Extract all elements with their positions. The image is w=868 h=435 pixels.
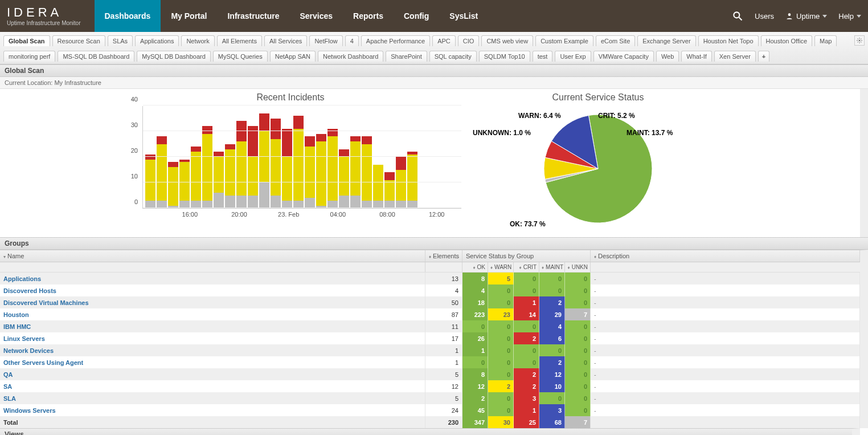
status-warn[interactable]: 0 — [488, 344, 514, 356]
status-maint[interactable]: 0 — [539, 284, 565, 296]
help-menu[interactable]: Help — [838, 12, 861, 21]
bar-stack[interactable] — [316, 134, 326, 209]
status-unkn[interactable]: 7 — [565, 416, 591, 428]
group-link[interactable]: Applications — [0, 273, 425, 284]
subtab-cms-web-view[interactable]: CMS web view — [481, 35, 533, 46]
subtab-ms-sql-db-dashboard[interactable]: MS-SQL DB Dashboard — [58, 51, 134, 62]
bar-stack[interactable] — [339, 149, 349, 209]
subtab-map[interactable]: Map — [814, 35, 837, 46]
bar-stack[interactable] — [225, 144, 235, 209]
bar-stack[interactable] — [373, 165, 383, 209]
subtab-vmware-capacity[interactable]: VMWare Capacity — [593, 51, 654, 62]
status-crit[interactable]: 0 — [514, 344, 539, 356]
subcol-maint[interactable]: ♦MAINT — [539, 262, 565, 272]
subtab-apc[interactable]: APC — [432, 35, 456, 46]
group-link[interactable]: Windows Servers — [0, 404, 425, 416]
status-ok[interactable]: 347 — [462, 416, 488, 428]
subtab-global-scan[interactable]: Global Scan — [3, 35, 50, 46]
bar-stack[interactable] — [327, 129, 338, 209]
subtab-exchange-server[interactable]: Exchange Server — [637, 35, 695, 46]
subtab-4[interactable]: 4 — [345, 35, 359, 46]
status-ok[interactable]: 18 — [462, 296, 488, 308]
bar-stack[interactable] — [407, 152, 417, 208]
bar-stack[interactable] — [145, 155, 155, 209]
status-crit[interactable]: 0 — [514, 284, 539, 296]
bar-stack[interactable] — [384, 172, 395, 208]
status-maint[interactable]: 2 — [539, 296, 565, 308]
bar-stack[interactable] — [396, 157, 406, 208]
subtab-sqldm-top10[interactable]: SQLDM Top10 — [479, 51, 530, 62]
nav-tab-my-portal[interactable]: My Portal — [161, 0, 217, 32]
status-maint[interactable]: 29 — [539, 308, 565, 320]
subtab-network-dashboard[interactable]: Network Dashboard — [318, 51, 383, 62]
status-unkn[interactable]: 0 — [565, 344, 591, 356]
status-ok[interactable]: 12 — [462, 380, 488, 392]
subtab-what-if[interactable]: What-If — [681, 51, 711, 62]
group-link[interactable]: Houston — [0, 308, 425, 320]
account-menu[interactable]: Uptime — [785, 12, 827, 21]
status-maint[interactable]: 10 — [539, 380, 565, 392]
status-unkn[interactable]: 0 — [565, 356, 591, 368]
col-elements[interactable]: ♦Elements — [425, 250, 462, 262]
status-maint[interactable]: 3 — [539, 404, 565, 416]
bar-stack[interactable] — [236, 121, 247, 208]
group-link[interactable]: SA — [0, 380, 425, 392]
bar-stack[interactable] — [271, 119, 281, 209]
status-warn[interactable]: 5 — [488, 273, 514, 284]
subcol-warn[interactable]: ♦WARN — [488, 262, 514, 272]
subtab-mysql-db-dashboard[interactable]: MySQL DB Dashboard — [137, 51, 210, 62]
col-description[interactable]: ♦Description — [591, 250, 860, 262]
group-link[interactable]: QA — [0, 368, 425, 380]
group-link[interactable]: IBM HMC — [0, 320, 425, 332]
gear-icon[interactable] — [854, 35, 865, 46]
nav-tab-reports[interactable]: Reports — [343, 0, 394, 32]
subtab-houston-office[interactable]: Houston Office — [761, 35, 813, 46]
subtab-sql-capacity[interactable]: SQL capacity — [429, 51, 477, 62]
status-ok[interactable]: 26 — [462, 332, 488, 344]
status-ok[interactable]: 4 — [462, 284, 488, 296]
subcol-unkn[interactable]: ♦UNKN — [565, 262, 591, 272]
status-ok[interactable]: 2 — [462, 392, 488, 404]
status-crit[interactable]: 2 — [514, 380, 539, 392]
bar-stack[interactable] — [350, 136, 361, 208]
status-warn[interactable]: 0 — [488, 284, 514, 296]
subtab-network[interactable]: Network — [181, 35, 214, 46]
status-crit[interactable]: 3 — [514, 392, 539, 404]
status-warn[interactable]: 0 — [488, 320, 514, 332]
status-maint[interactable]: 0 — [539, 344, 565, 356]
status-ok[interactable]: 8 — [462, 273, 488, 284]
subtab-sharepoint[interactable]: SharePoint — [386, 51, 427, 62]
bar-stack[interactable] — [248, 126, 258, 208]
status-crit[interactable]: 14 — [514, 308, 539, 320]
search-icon[interactable] — [732, 10, 743, 22]
bar-stack[interactable] — [168, 162, 178, 208]
bar-stack[interactable] — [305, 136, 315, 208]
status-crit[interactable]: 1 — [514, 404, 539, 416]
subtab-xen-server[interactable]: Xen Server — [714, 51, 756, 62]
subtab-custom-example[interactable]: Custom Example — [535, 35, 593, 46]
status-ok[interactable]: 0 — [462, 356, 488, 368]
subtab-netapp-san[interactable]: NetApp SAN — [270, 51, 316, 62]
status-crit[interactable]: 0 — [514, 356, 539, 368]
status-unkn[interactable]: 0 — [565, 380, 591, 392]
subtab-web[interactable]: Web — [656, 51, 679, 62]
subtab-resource-scan[interactable]: Resource Scan — [52, 35, 105, 46]
nav-tab-infrastructure[interactable]: Infrastructure — [217, 0, 289, 32]
subtab-user-exp[interactable]: User Exp — [555, 51, 591, 62]
status-unkn[interactable]: 0 — [565, 332, 591, 344]
status-unkn[interactable]: 0 — [565, 296, 591, 308]
status-crit[interactable]: 2 — [514, 368, 539, 380]
subtab-applications[interactable]: Applications — [135, 35, 179, 46]
status-unkn[interactable]: 0 — [565, 392, 591, 404]
status-crit[interactable]: 25 — [514, 416, 539, 428]
subtab-test[interactable]: test — [533, 51, 553, 62]
subtab-mysql-queries[interactable]: MySQL Queries — [213, 51, 268, 62]
subcol-ok[interactable]: ♦OK — [462, 262, 488, 272]
status-ok[interactable]: 45 — [462, 404, 488, 416]
subtab-slas[interactable]: SLAs — [108, 35, 133, 46]
status-warn[interactable]: 30 — [488, 416, 514, 428]
bar-stack[interactable] — [214, 152, 224, 208]
bar-stack[interactable] — [362, 136, 372, 208]
status-unkn[interactable]: 0 — [565, 404, 591, 416]
status-ok[interactable]: 0 — [462, 320, 488, 332]
